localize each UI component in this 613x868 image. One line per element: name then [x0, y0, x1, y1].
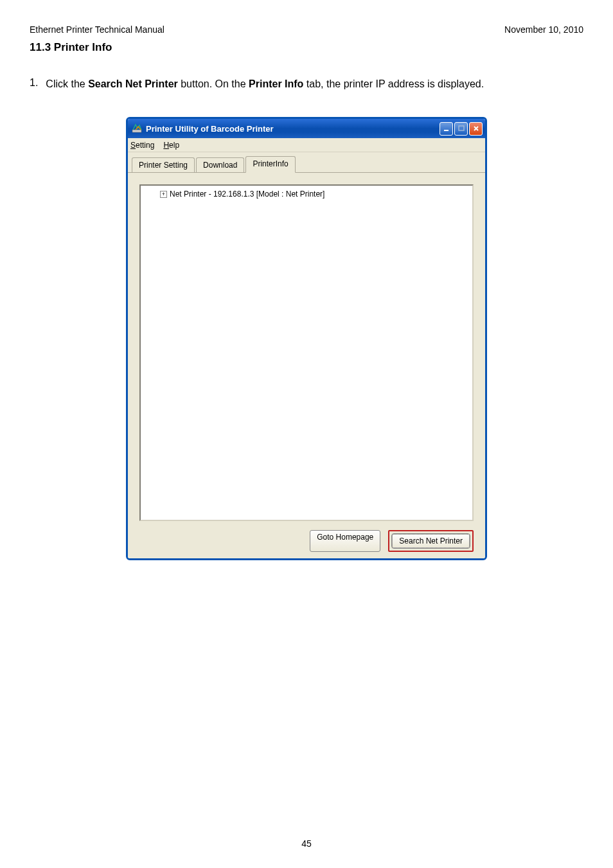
svg-rect-0	[132, 130, 141, 132]
page-number: 45	[0, 838, 613, 849]
window-title: Printer Utility of Barcode Printer	[146, 124, 274, 134]
app-icon	[132, 123, 142, 134]
printer-tree-view[interactable]: + Net Printer - 192.168.1.3 [Model : Net…	[139, 184, 474, 521]
doc-title-left: Ethernet Printer Technical Manual	[30, 24, 164, 35]
app-window: Printer Utility of Barcode Printer Setti…	[126, 117, 487, 560]
goto-homepage-button[interactable]: Goto Homepage	[310, 530, 380, 552]
bold-text-1: Search Net Printer	[88, 78, 178, 89]
svg-rect-2	[459, 126, 464, 130]
minimize-button[interactable]	[440, 122, 453, 136]
instruction-text: Click the Search Net Printer button. On …	[46, 77, 484, 91]
tab-download[interactable]: Download	[196, 157, 244, 172]
menu-setting[interactable]: Setting	[130, 141, 154, 150]
menubar: Setting Help	[128, 138, 485, 152]
search-net-printer-highlight: Search Net Printer	[388, 530, 474, 552]
section-heading: 11.3 Printer Info	[0, 35, 613, 54]
doc-date-right: November 10, 2010	[504, 24, 583, 35]
tab-printer-setting[interactable]: Printer Setting	[132, 157, 195, 172]
tab-printerinfo[interactable]: PrinterInfo	[245, 156, 295, 173]
instruction-number: 1.	[30, 77, 38, 91]
instruction-list-item: 1. Click the Search Net Printer button. …	[0, 54, 613, 91]
tree-expand-icon[interactable]: +	[160, 191, 167, 198]
search-net-printer-button[interactable]: Search Net Printer	[392, 534, 470, 548]
close-button[interactable]	[469, 122, 483, 136]
maximize-button	[454, 122, 468, 136]
svg-rect-1	[444, 130, 449, 131]
tree-item-label: Net Printer - 192.168.1.3 [Model : Net P…	[170, 190, 324, 199]
titlebar[interactable]: Printer Utility of Barcode Printer	[128, 119, 485, 138]
menu-help[interactable]: Help	[163, 141, 179, 150]
bold-text-2: Printer Info	[249, 78, 303, 89]
tab-content: + Net Printer - 192.168.1.3 [Model : Net…	[128, 173, 485, 558]
tabbar: Printer Setting Download PrinterInfo	[128, 152, 485, 173]
tree-item-net-printer[interactable]: + Net Printer - 192.168.1.3 [Model : Net…	[160, 188, 468, 200]
